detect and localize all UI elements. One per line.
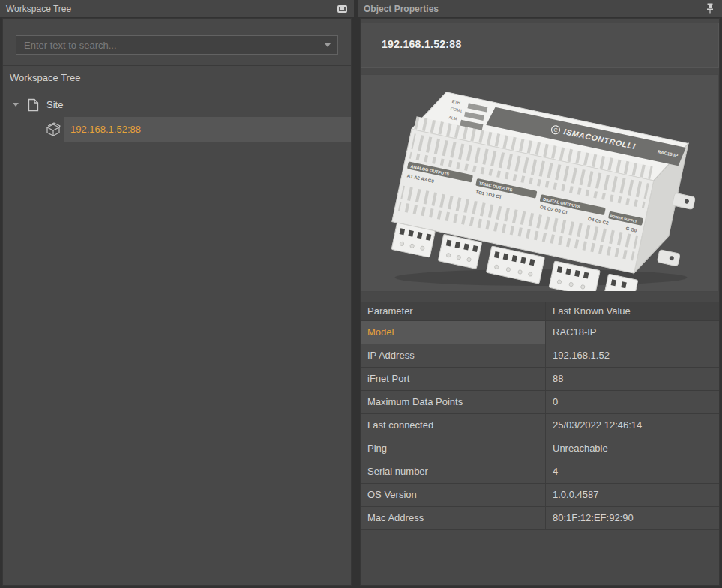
- value-cell[interactable]: RAC18-IP: [545, 321, 719, 344]
- column-header-last-known-value[interactable]: Last Known Value: [545, 302, 719, 321]
- object-title-box: 192.168.1.52:88: [361, 22, 719, 68]
- value-cell[interactable]: 4: [545, 460, 719, 484]
- param-cell[interactable]: Last connected: [361, 414, 545, 437]
- tree-item-device-label: 192.168.1.52:88: [64, 117, 351, 142]
- value-cell[interactable]: Unreachable: [545, 437, 719, 460]
- param-cell[interactable]: Ping: [361, 437, 545, 460]
- param-cell[interactable]: Model: [361, 321, 545, 344]
- properties-table: Parameter Last Known Value ModelRAC18-IP…: [361, 302, 719, 530]
- pin-icon: [706, 3, 715, 14]
- value-cell[interactable]: 80:1F:12:EF:92:90: [545, 507, 719, 530]
- param-cell[interactable]: Mac Address: [361, 507, 545, 530]
- float-window-button[interactable]: [336, 4, 348, 14]
- param-cell[interactable]: IP Address: [361, 344, 545, 368]
- device-cube-icon: [45, 122, 61, 137]
- workspace-tree: Site 192.168.1.52:88: [3, 95, 351, 142]
- param-cell[interactable]: OS Version: [361, 484, 545, 507]
- chevron-down-icon[interactable]: [325, 44, 331, 47]
- param-cell[interactable]: Maximum Data Points: [361, 391, 545, 414]
- value-cell[interactable]: 0: [545, 391, 719, 414]
- expander-icon[interactable]: [13, 103, 19, 106]
- object-properties-title: Object Properties: [364, 4, 439, 14]
- column-header-parameter[interactable]: Parameter: [361, 302, 545, 321]
- workspace-tree-title: Workspace Tree: [6, 4, 71, 14]
- tree-section-label: Workspace Tree: [3, 65, 351, 88]
- tree-item-site[interactable]: Site: [3, 95, 351, 115]
- tree-selection-highlight: 192.168.1.52:88: [64, 117, 351, 142]
- object-properties-header: Object Properties: [358, 0, 722, 17]
- workspace-tree-header: Workspace Tree: [0, 0, 354, 17]
- workspace-tree-body: Workspace Tree Site: [2, 18, 352, 586]
- value-cell[interactable]: 25/03/2022 12:46:14: [545, 414, 719, 437]
- search-combobox[interactable]: [16, 35, 338, 55]
- pin-button[interactable]: [704, 4, 716, 14]
- search-row: [3, 19, 351, 55]
- param-cell[interactable]: iFnet Port: [361, 368, 545, 391]
- tree-item-site-label: Site: [3, 95, 351, 115]
- device-image: C iSMACONTROLLI RAC18-IP ETH COM1 ALM ON: [361, 74, 719, 292]
- object-title: 192.168.1.52:88: [361, 23, 718, 66]
- app-window: Workspace Tree Workspace Tree: [0, 0, 722, 588]
- tree-item-device[interactable]: 192.168.1.52:88: [3, 117, 351, 142]
- object-properties-body: 192.168.1.52:88: [360, 18, 720, 586]
- float-window-icon: [337, 5, 347, 13]
- value-cell[interactable]: 192.168.1.52: [545, 344, 719, 368]
- site-document-icon: [28, 98, 39, 112]
- workspace-tree-panel: Workspace Tree Workspace Tree: [0, 0, 354, 588]
- value-cell[interactable]: 1.0.0.4587: [545, 484, 719, 507]
- value-cell[interactable]: 88: [545, 368, 719, 391]
- search-input[interactable]: [16, 36, 337, 54]
- object-properties-panel: Object Properties 192.168.1.52:88: [358, 0, 722, 588]
- device-illustration: C iSMACONTROLLI RAC18-IP ETH COM1 ALM ON: [361, 75, 718, 291]
- param-cell[interactable]: Serial number: [361, 460, 545, 484]
